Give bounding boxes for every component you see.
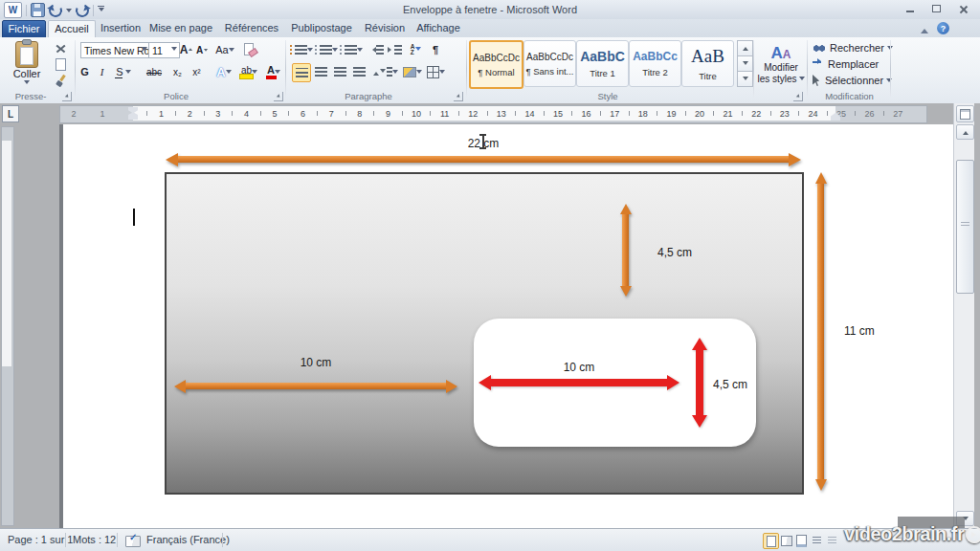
collapse-ribbon-icon[interactable] xyxy=(921,25,928,33)
underline-button[interactable]: S xyxy=(111,63,134,80)
grow-font-button[interactable]: A xyxy=(179,41,194,57)
bullets-button[interactable] xyxy=(292,42,315,57)
envelope-width-arrow[interactable] xyxy=(178,156,789,163)
cut-button[interactable] xyxy=(52,41,69,55)
tab-fichier[interactable]: Fichier xyxy=(2,20,46,38)
language-status[interactable]: Français (France) xyxy=(146,534,230,545)
web-layout-view-button[interactable] xyxy=(793,533,810,549)
style-titre-1[interactable]: AaBbC Titre 1 xyxy=(576,40,629,87)
shrink-font-button[interactable]: A xyxy=(195,42,210,57)
line-spacing-button[interactable] xyxy=(373,63,398,80)
tab-references[interactable]: Références xyxy=(223,20,280,36)
full-screen-reading-view-button[interactable] xyxy=(778,533,794,549)
tab-stop-selector[interactable]: L xyxy=(2,105,19,122)
word-count[interactable]: Mots : 12 xyxy=(73,534,116,545)
window-width-arrow[interactable] xyxy=(491,379,667,386)
ruler-toggle-button[interactable] xyxy=(956,105,974,122)
change-case-button[interactable]: Aa xyxy=(213,41,236,57)
address-width-arrow[interactable] xyxy=(186,383,446,389)
page-count[interactable]: Page : 1 sur 1 xyxy=(8,534,74,545)
window-title: Enveloppe à fenetre - Microsoft Word xyxy=(0,4,980,15)
borders-button[interactable] xyxy=(425,63,446,80)
multilevel-list-icon xyxy=(345,45,357,55)
help-button[interactable]: ? xyxy=(937,22,949,34)
window-height-label: 4,5 cm xyxy=(713,378,747,391)
separator xyxy=(117,533,118,547)
ruler-number: 5 xyxy=(272,110,277,119)
clipboard-dialog-launcher[interactable] xyxy=(62,92,72,101)
outline-view-button[interactable] xyxy=(809,533,825,549)
paragraph-dialog-launcher[interactable] xyxy=(454,92,463,101)
numbering-button[interactable] xyxy=(317,42,340,57)
font-color-button[interactable]: A xyxy=(263,63,284,80)
change-styles-button[interactable]: AA Modifier les styles xyxy=(756,40,806,90)
font-size-value: 11 xyxy=(152,45,163,56)
paste-button[interactable]: Coller xyxy=(8,40,46,88)
font-name-combo[interactable]: Times New Ro xyxy=(80,42,150,58)
tab-publipostage[interactable]: Publipostage xyxy=(290,20,353,36)
horizontal-ruler[interactable]: 2112345678910111213141516171819202122232… xyxy=(59,105,927,123)
style-titre[interactable]: AaB Titre xyxy=(681,40,734,87)
find-button[interactable]: Rechercher xyxy=(813,41,893,55)
indent-icon xyxy=(388,47,394,53)
ruler-number: 6 xyxy=(301,110,305,119)
scroll-up-button[interactable] xyxy=(956,124,974,140)
envelope-height-arrow[interactable] xyxy=(817,184,824,479)
window-height-arrow[interactable] xyxy=(696,350,703,415)
print-layout-icon xyxy=(767,536,776,547)
shading-button[interactable] xyxy=(402,63,423,80)
styles-scroll-down-button[interactable] xyxy=(737,55,753,72)
vertical-scrollbar[interactable] xyxy=(953,103,974,528)
close-button[interactable] xyxy=(954,3,972,14)
sort-button[interactable]: AZ xyxy=(407,42,426,57)
font-dialog-launcher[interactable] xyxy=(274,92,283,101)
tab-mise-en-page[interactable]: Mise en page xyxy=(148,20,213,36)
tab-insertion[interactable]: Insertion xyxy=(99,20,143,36)
highlight-color-button[interactable]: ab xyxy=(237,63,261,80)
borders-grid-icon xyxy=(427,66,439,78)
italic-button[interactable]: I xyxy=(95,63,109,80)
scrollbar-thumb[interactable] xyxy=(956,160,974,294)
restore-button[interactable] xyxy=(927,3,946,14)
font-size-combo[interactable]: 11 xyxy=(148,42,180,58)
styles-gallery-more-button[interactable] xyxy=(737,71,753,87)
style-normal[interactable]: AaBbCcDc ¶ Normal xyxy=(469,40,523,89)
format-painter-button[interactable] xyxy=(52,74,69,88)
tab-revision[interactable]: Révision xyxy=(363,20,407,36)
styles-dialog-launcher[interactable] xyxy=(793,92,803,101)
style-sans-interligne[interactable]: AaBbCcDc ¶ Sans int... xyxy=(523,40,576,87)
subscript-button[interactable]: x₂ xyxy=(168,63,187,80)
reading-view-icon xyxy=(781,536,792,546)
ruler-number: 23 xyxy=(780,110,790,119)
styles-scroll-up-button[interactable] xyxy=(737,40,753,56)
align-right-button[interactable] xyxy=(331,63,348,80)
decrease-indent-button[interactable] xyxy=(368,42,385,57)
style-titre-2[interactable]: AaBbCc Titre 2 xyxy=(629,40,681,87)
text-effects-button[interactable]: A xyxy=(212,63,235,80)
increase-indent-button[interactable] xyxy=(386,42,403,57)
clear-formatting-button[interactable] xyxy=(241,41,258,57)
tab-accueil[interactable]: Accueil xyxy=(48,20,96,37)
justify-button[interactable] xyxy=(350,63,368,80)
strikethrough-button[interactable]: abc xyxy=(142,63,167,80)
minimize-button[interactable] xyxy=(901,3,919,14)
ruler-toggle-icon xyxy=(960,109,970,120)
multilevel-list-button[interactable] xyxy=(342,42,365,57)
tab-affichage[interactable]: Affichage xyxy=(414,20,462,36)
align-left-button[interactable] xyxy=(292,63,311,82)
draft-view-button[interactable] xyxy=(824,533,840,549)
select-button[interactable]: Sélectionner xyxy=(813,74,892,87)
vertical-ruler[interactable] xyxy=(1,126,14,526)
show-hide-marks-button[interactable]: ¶ xyxy=(428,41,443,57)
outline-view-icon xyxy=(813,537,821,545)
copy-button[interactable] xyxy=(52,57,69,72)
print-layout-view-button[interactable] xyxy=(763,533,779,549)
replace-button[interactable]: Remplacer xyxy=(813,57,879,71)
align-center-button[interactable] xyxy=(312,63,329,80)
flap-height-arrow[interactable] xyxy=(622,214,629,286)
superscript-button[interactable]: x² xyxy=(188,63,206,80)
ruler-number: 26 xyxy=(865,110,875,119)
separator xyxy=(65,533,66,547)
bold-button[interactable]: G xyxy=(77,63,93,80)
align-left-icon xyxy=(296,68,308,77)
